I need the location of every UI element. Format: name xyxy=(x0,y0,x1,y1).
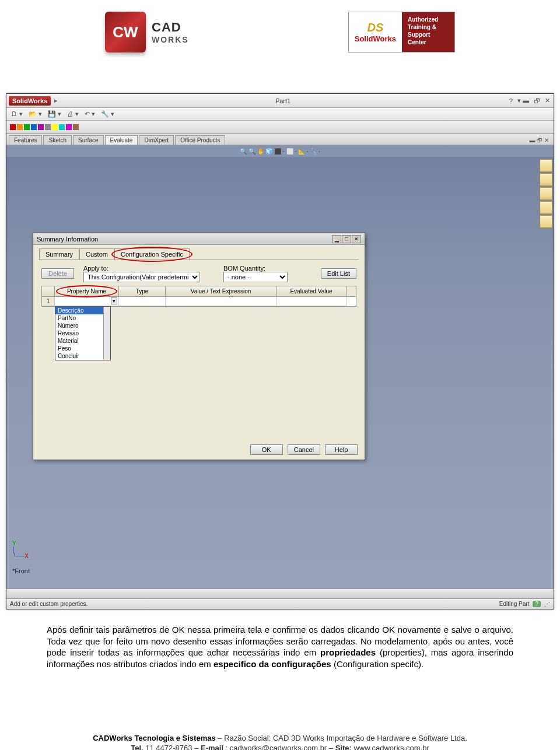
color-red-icon[interactable] xyxy=(10,124,16,130)
view-name-bar xyxy=(6,588,554,598)
grid-corner xyxy=(42,286,55,296)
solidworks-name: SolidWorks xyxy=(355,34,396,43)
color-yellow-icon[interactable] xyxy=(52,124,58,130)
dialog-footer: OK Cancel Help xyxy=(250,444,358,455)
footer-email: : cadworks@cadworks.com.br – xyxy=(226,744,335,750)
edit-list-button[interactable]: Edit List xyxy=(321,268,356,279)
col-type[interactable]: Type xyxy=(119,286,166,296)
footer-email-label: E-mail xyxy=(201,744,223,750)
task-pane-icon[interactable] xyxy=(540,201,552,214)
restore-icon[interactable]: 🗗 xyxy=(533,97,541,104)
property-name-cell[interactable]: ▾ xyxy=(55,297,119,306)
viewport-restore-icon[interactable]: ▬ 🗗 ✕ xyxy=(527,136,551,145)
tab-surface[interactable]: Surface xyxy=(73,135,103,145)
redo-icon[interactable]: 🔧 ▾ xyxy=(100,110,116,118)
cancel-button[interactable]: Cancel xyxy=(288,444,320,455)
solidworks-logo: DS SolidWorks xyxy=(349,12,402,52)
dropdown-scrollbar[interactable] xyxy=(103,307,110,360)
dropdown-item[interactable]: Número xyxy=(55,322,110,330)
bom-quantity-combo[interactable]: - none - xyxy=(223,272,288,282)
print-icon[interactable]: 🖨 ▾ xyxy=(66,110,80,118)
task-pane-icon[interactable] xyxy=(540,215,552,228)
dialog-body: Delete Apply to: This Configuration(Valo… xyxy=(39,260,359,440)
value-cell[interactable] xyxy=(166,297,276,306)
task-pane-icon[interactable] xyxy=(540,173,552,186)
app-titlebar: SolidWorks ▸ Part1 ? ▾ ▬ 🗗 ✕ xyxy=(6,94,554,108)
col-value[interactable]: Value / Text Expression xyxy=(166,286,276,296)
view-orientation-label: *Front xyxy=(12,567,30,574)
view-toolbar[interactable]: 🔍 🔍 ✋ 🧊 ⬛ · ⬜ · 📐 · 🔧 · xyxy=(6,145,554,157)
tab-features[interactable]: Features xyxy=(9,135,42,145)
task-pane-icon[interactable] xyxy=(540,159,552,172)
open-icon[interactable]: 📂 ▾ xyxy=(27,110,43,118)
status-mode: Editing Part xyxy=(499,601,530,607)
color-gray-icon[interactable] xyxy=(45,124,51,130)
cadworks-cube-icon: CW xyxy=(105,12,146,52)
command-tabs: Features Sketch Surface Evaluate DimXper… xyxy=(6,134,554,145)
tab-office-products[interactable]: Office Products xyxy=(175,135,225,145)
help-button[interactable]: Help xyxy=(325,444,358,455)
color-brown-icon[interactable] xyxy=(73,124,79,130)
status-message: Add or edit custom properties. xyxy=(10,601,88,607)
task-pane-icon[interactable] xyxy=(540,187,552,200)
body-bold-propriedades: propriedades xyxy=(320,647,376,657)
color-green-icon[interactable] xyxy=(24,124,30,130)
dropdown-arrow-icon[interactable]: ▾ xyxy=(111,297,117,304)
undo-icon[interactable]: ↶ ▾ xyxy=(83,110,96,118)
color-magenta-icon[interactable] xyxy=(66,124,72,130)
help-menu[interactable]: ? xyxy=(508,97,514,104)
col-property-name[interactable]: Property Name xyxy=(55,286,119,296)
dialog-titlebar[interactable]: Summary Information ▁ □ ✕ xyxy=(33,233,365,245)
body-bold-especifico: especifico da configurações xyxy=(214,659,334,669)
dialog-minimize-icon[interactable]: ▁ xyxy=(332,235,341,243)
status-grip-icon: ⋰ xyxy=(544,601,550,607)
type-cell[interactable] xyxy=(119,297,166,306)
body-text-3: (Configuration specifc). xyxy=(334,659,424,669)
dialog-tabs: Summary Custom Configuration Specific xyxy=(33,245,365,260)
color-blue-icon[interactable] xyxy=(31,124,37,130)
ok-button[interactable]: OK xyxy=(250,444,283,455)
color-orange-icon[interactable] xyxy=(17,124,23,130)
new-icon[interactable]: 🗋 ▾ xyxy=(10,110,24,118)
property-name-dropdown[interactable]: Descrição PartNo Número Revisão Material… xyxy=(55,306,111,360)
dropdown-item[interactable]: Peso xyxy=(55,345,110,352)
dropdown-item[interactable]: Revisão xyxy=(55,330,110,337)
color-cyan-icon[interactable] xyxy=(59,124,65,130)
document-title: Part1 xyxy=(58,97,508,104)
tab-evaluate[interactable]: Evaluate xyxy=(105,135,138,145)
ds-icon: DS xyxy=(367,21,383,34)
dialog-maximize-icon[interactable]: □ xyxy=(342,235,351,243)
dropdown-item[interactable]: Material xyxy=(55,337,110,345)
status-help-icon[interactable]: ? xyxy=(533,601,541,607)
quick-access-toolbar: 🗋 ▾ 📂 ▾ 💾 ▾ 🖨 ▾ ↶ ▾ 🔧 ▾ xyxy=(6,108,554,121)
row-number: 1 xyxy=(42,297,55,306)
close-icon[interactable]: ✕ xyxy=(544,97,551,104)
col-evaluated[interactable]: Evaluated Value xyxy=(276,286,346,296)
delete-button[interactable]: Delete xyxy=(41,268,74,279)
color-toolbar xyxy=(6,121,554,134)
dialog-title: Summary Information xyxy=(37,236,98,243)
apply-to-combo[interactable]: This Configuration(Valor predetermina xyxy=(83,272,200,282)
cadworks-name: CAD xyxy=(152,20,181,34)
solidworks-badge-text: Authorized Training & Support Center xyxy=(402,12,454,52)
dialog-close-icon[interactable]: ✕ xyxy=(352,235,361,243)
cadworks-logo-text: CAD WORKS xyxy=(152,20,189,44)
minimize-icon[interactable]: ▾ ▬ xyxy=(516,97,530,104)
tab-sketch[interactable]: Sketch xyxy=(43,135,72,145)
dialog-tab-configuration-specific[interactable]: Configuration Specific xyxy=(114,248,190,260)
page-footer: CADWorks Tecnologia e Sistemas – Razão S… xyxy=(0,734,560,750)
app-brand: SolidWorks xyxy=(9,96,51,106)
footer-site: www.cadworks.com.br xyxy=(354,744,429,750)
cadworks-subname: WORKS xyxy=(152,35,189,44)
save-icon[interactable]: 💾 ▾ xyxy=(47,110,62,118)
dialog-tab-summary[interactable]: Summary xyxy=(39,248,79,260)
color-purple-icon[interactable] xyxy=(38,124,44,130)
footer-tel-label: Tel. xyxy=(131,744,143,750)
footer-company-rest: – Razão Social: CAD 3D Works Importação … xyxy=(218,734,467,742)
dropdown-item[interactable]: Descrição xyxy=(55,307,110,314)
dropdown-item[interactable]: PartNo xyxy=(55,314,110,322)
dropdown-item[interactable]: Concluir xyxy=(55,352,110,360)
cadworks-logo: CW CAD WORKS xyxy=(105,12,189,52)
tab-dimxpert[interactable]: DimXpert xyxy=(139,135,174,145)
dialog-tab-custom[interactable]: Custom xyxy=(79,248,114,260)
